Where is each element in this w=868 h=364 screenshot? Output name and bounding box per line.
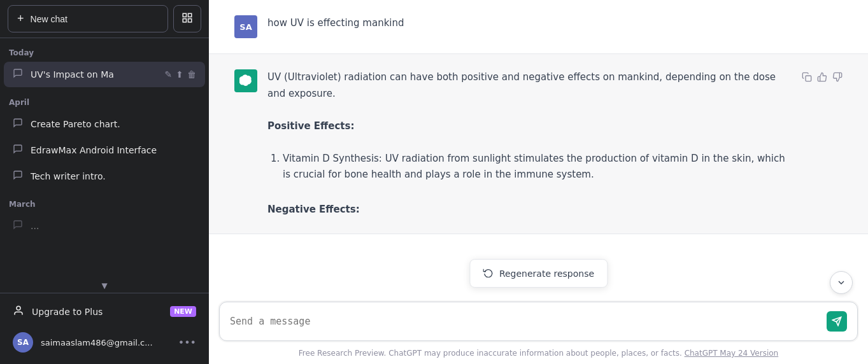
sidebar-bottom: Upgrade to Plus NEW SA saimaaslam486@gma…: [0, 293, 209, 364]
plus-icon: +: [17, 12, 24, 25]
section-today: Today: [0, 38, 209, 61]
send-button[interactable]: [827, 311, 847, 332]
sidebar-scroll-down: ▼: [0, 279, 209, 293]
chat-icon: [13, 170, 24, 183]
disclaimer-link[interactable]: ChatGPT May 24 Version: [685, 349, 779, 358]
chat-item-label: UV's Impact on Ma: [31, 69, 159, 80]
sidebar-top: + New chat: [0, 0, 209, 38]
ai-intro: UV (Ultraviolet) radiation can have both…: [267, 69, 792, 102]
delete-icon[interactable]: 🗑: [187, 69, 196, 80]
positive-effects-list: Vitamin D Synthesis: UV radiation from s…: [267, 151, 792, 183]
ai-message-row: UV (Ultraviolet) radiation can have both…: [209, 54, 868, 234]
chat-item-pareto[interactable]: Create Pareto chart.: [4, 111, 205, 137]
chat-icon: [13, 144, 24, 157]
user-profile-button[interactable]: SA saimaaslam486@gmail.c... •••: [4, 326, 205, 359]
regenerate-icon: [483, 267, 493, 279]
thumbs-down-button[interactable]: [832, 72, 843, 85]
new-badge: NEW: [170, 306, 196, 317]
section-april: April: [0, 88, 209, 111]
copy-button[interactable]: [802, 72, 812, 85]
main-content: SA how UV is effecting mankind UV (Ultra…: [209, 0, 868, 364]
disclaimer-text: Free Research Preview. ChatGPT may produ…: [299, 349, 685, 358]
chat-item-edrawmax[interactable]: EdrawMax Android Interface: [4, 137, 205, 163]
svg-rect-2: [183, 19, 186, 22]
edit-icon[interactable]: ✎: [165, 69, 173, 80]
user-message-text: how UV is effecting mankind: [267, 15, 843, 32]
chat-item-march[interactable]: ...: [4, 213, 205, 239]
ai-avatar: [234, 69, 257, 92]
upgrade-label: Upgrade to Plus: [32, 307, 103, 317]
svg-rect-3: [189, 19, 192, 22]
positive-effects-label: Positive Effects:: [267, 118, 792, 135]
chat-icon: [13, 118, 24, 130]
chat-item-tech-writer[interactable]: Tech writer intro.: [4, 164, 205, 189]
new-chat-label: New chat: [31, 14, 68, 24]
new-chat-button[interactable]: + New chat: [8, 5, 168, 32]
user-icon: [13, 305, 24, 318]
message-input-box: [219, 302, 858, 341]
svg-rect-1: [189, 13, 192, 17]
section-march: March: [0, 190, 209, 213]
svg-rect-0: [183, 13, 186, 17]
chat-item-label: Tech writer intro.: [31, 171, 196, 181]
chat-item-label: Create Pareto chart.: [31, 119, 196, 129]
ai-message-text: UV (Ultraviolet) radiation can have both…: [267, 69, 792, 218]
chat-messages: SA how UV is effecting mankind UV (Ultra…: [209, 0, 868, 294]
user-message-row: SA how UV is effecting mankind: [209, 0, 868, 54]
message-input[interactable]: [230, 316, 827, 327]
layout-toggle-button[interactable]: [173, 5, 201, 32]
svg-point-4: [17, 306, 20, 310]
chat-item-label: ...: [31, 221, 196, 231]
layout-icon: [181, 12, 193, 25]
chat-icon: [13, 220, 24, 232]
avatar: SA: [234, 15, 257, 38]
chat-item-uv-impact[interactable]: UV's Impact on Ma ✎ ⬆ 🗑: [4, 62, 205, 87]
upgrade-to-plus-button[interactable]: Upgrade to Plus NEW: [4, 298, 205, 325]
share-icon[interactable]: ⬆: [176, 69, 183, 80]
scroll-down-button[interactable]: [830, 271, 853, 294]
chat-icon: [13, 68, 24, 81]
sidebar: + New chat Today UV's Impact on Ma ✎: [0, 0, 209, 364]
regenerate-popup[interactable]: Regenerate response: [469, 259, 608, 288]
chat-item-label: EdrawMax Android Interface: [31, 145, 196, 155]
regenerate-label: Regenerate response: [499, 269, 594, 279]
avatar: SA: [13, 332, 33, 353]
chat-item-actions: ✎ ⬆ 🗑: [165, 69, 196, 80]
list-item: Vitamin D Synthesis: UV radiation from s…: [283, 151, 792, 183]
negative-effects-label: Negative Effects:: [267, 202, 792, 218]
svg-rect-5: [806, 76, 811, 81]
user-email: saimaaslam486@gmail.c...: [41, 338, 171, 347]
disclaimer: Free Research Preview. ChatGPT may produ…: [209, 345, 868, 364]
sidebar-scroll-area: Today UV's Impact on Ma ✎ ⬆ 🗑 April Crea…: [0, 38, 209, 279]
ai-message-actions: [802, 69, 843, 85]
more-options-icon[interactable]: •••: [178, 337, 196, 349]
input-area: [209, 294, 868, 345]
thumbs-up-button[interactable]: [817, 72, 827, 85]
